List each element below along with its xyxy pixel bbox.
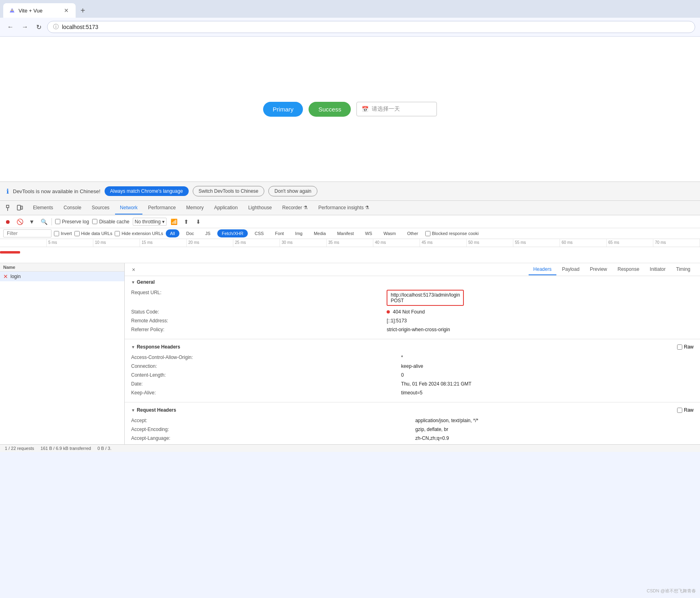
detail-tab-headers[interactable]: Headers [529, 264, 556, 275]
search-icon[interactable]: 🔍 [39, 217, 48, 226]
request-headers-section: Request Headers Raw Accept: application/… [125, 404, 700, 444]
tab-close-button[interactable]: ✕ [63, 7, 70, 14]
timeline-mark-1: 5 ms [47, 239, 93, 247]
request-bar [0, 251, 20, 254]
device-toolbar-icon[interactable] [15, 204, 24, 212]
switch-devtools-button[interactable]: Switch DevTools to Chinese [193, 186, 265, 196]
request-name: login [10, 274, 21, 279]
tab-sources[interactable]: Sources [87, 202, 114, 214]
disable-cache-checkbox[interactable] [92, 219, 97, 224]
filter-manifest[interactable]: Manifest [333, 229, 358, 237]
invert-checkbox[interactable] [54, 231, 59, 236]
tab-memory[interactable]: Memory [181, 202, 208, 214]
blocked-cookies-checkbox[interactable] [425, 231, 430, 236]
remote-address-value: [::1]:5173 [387, 316, 694, 325]
hide-ext-urls-checkbox[interactable] [115, 231, 120, 236]
referrer-policy-row: Referrer Policy: strict-origin-when-cros… [131, 325, 694, 334]
detail-close-button[interactable]: × [130, 266, 138, 274]
hide-data-urls-checkbox[interactable] [74, 231, 80, 236]
filter-ws[interactable]: WS [360, 229, 377, 237]
forward-button[interactable]: → [19, 22, 31, 32]
detail-tab-payload[interactable]: Payload [557, 264, 584, 275]
filter-icon[interactable]: ▼ [27, 217, 36, 226]
filter-doc[interactable]: Doc [182, 229, 199, 237]
filter-fetch-xhr[interactable]: Fetch/XHR [217, 229, 248, 237]
request-raw-checkbox[interactable] [677, 408, 682, 413]
request-raw-label[interactable]: Raw [677, 407, 694, 413]
devtools-panel: Elements Console Sources Network Perform… [0, 200, 700, 452]
blocked-cookies-label[interactable]: Blocked response cooki [425, 231, 479, 236]
tab-network[interactable]: Network [115, 202, 142, 214]
detail-panel: × Headers Payload Preview Response Initi… [125, 263, 700, 444]
import-har-icon[interactable]: ⬇ [194, 217, 203, 226]
filter-other[interactable]: Other [403, 229, 423, 237]
tab-lighthouse[interactable]: Lighthouse [243, 202, 277, 214]
filter-font[interactable]: Font [271, 229, 288, 237]
remote-address-row: Remote Address: [::1]:5173 [131, 316, 694, 325]
filter-css[interactable]: CSS [250, 229, 268, 237]
detail-tab-preview[interactable]: Preview [585, 264, 612, 275]
req-header-key-2: Accept-Language: [131, 434, 415, 443]
preserve-log-label[interactable]: Preserve log [55, 219, 89, 225]
toolbar-divider-1 [51, 218, 52, 225]
tab-application[interactable]: Application [209, 202, 243, 214]
timeline-mark-13: 65 ms [607, 239, 653, 247]
browser-chrome: Vite + Vue ✕ + ← → ↻ ⓘ localhost:5173 [0, 0, 700, 37]
primary-button[interactable]: Primary [263, 102, 303, 117]
tab-recorder[interactable]: Recorder ⚗ [278, 202, 313, 214]
resp-header-row-4: Keep-Alive: timeout=5 [131, 388, 694, 397]
filter-media[interactable]: Media [309, 229, 330, 237]
response-raw-checkbox[interactable] [677, 344, 682, 350]
response-raw-label[interactable]: Raw [677, 344, 694, 350]
resp-header-key-2: Content-Length: [131, 371, 401, 379]
hide-data-urls-label[interactable]: Hide data URLs [74, 231, 113, 236]
filter-img[interactable]: Img [291, 229, 307, 237]
preserve-log-checkbox[interactable] [55, 219, 60, 224]
date-placeholder: 请选择一天 [372, 105, 400, 113]
throttling-select[interactable]: No throttling ▾ [133, 218, 167, 226]
success-button[interactable]: Success [309, 102, 351, 117]
dont-show-again-button[interactable]: Don't show again [268, 186, 317, 196]
svg-rect-2 [6, 205, 9, 208]
filter-input[interactable] [3, 229, 51, 237]
resp-header-key-0: Access-Control-Allow-Origin: [131, 353, 401, 362]
resp-header-row-3: Date: Thu, 01 Feb 2024 08:31:21 GMT [131, 379, 694, 388]
request-url-row: Request URL: http://localhost:5173/admin… [131, 288, 694, 307]
devtools-notification: ℹ DevTools is now available in Chinese! … [0, 181, 700, 200]
disable-cache-label[interactable]: Disable cache [92, 219, 129, 225]
req-header-val-1: gzip, deflate, br [415, 425, 694, 434]
filter-js[interactable]: JS [201, 229, 215, 237]
url-text: localhost:5173 [62, 24, 689, 30]
clear-button[interactable]: 🚫 [15, 217, 24, 226]
timeline-mark-0 [0, 239, 47, 247]
req-header-row-3: Connection: keep-alive [131, 443, 694, 444]
address-bar[interactable]: ⓘ localhost:5173 [47, 21, 695, 33]
tab-console[interactable]: Console [59, 202, 86, 214]
detail-tab-initiator[interactable]: Initiator [645, 264, 670, 275]
reload-button[interactable]: ↻ [34, 22, 44, 33]
inspect-element-icon[interactable] [5, 204, 14, 212]
match-language-button[interactable]: Always match Chrome's language [105, 186, 189, 196]
new-tab-button[interactable]: + [77, 4, 89, 17]
devtools-tab-bar: Elements Console Sources Network Perform… [0, 201, 700, 215]
hide-ext-urls-label[interactable]: Hide extension URLs [115, 231, 163, 236]
online-icon[interactable]: 📶 [170, 217, 179, 226]
invert-label[interactable]: Invert [54, 231, 72, 236]
filter-all[interactable]: All [166, 229, 179, 237]
status-code-value: 404 Not Found [387, 307, 694, 316]
tab-performance-insights[interactable]: Performance insights ⚗ [313, 202, 374, 214]
back-button[interactable]: ← [5, 22, 16, 32]
date-picker[interactable]: 📅 请选择一天 [356, 102, 437, 116]
export-har-icon[interactable]: ⬆ [182, 217, 191, 226]
req-header-row-2: Accept-Language: zh-CN,zh;q=0.9 [131, 434, 694, 443]
filter-wasm[interactable]: Wasm [379, 229, 400, 237]
req-header-val-0: application/json, text/plain, */* [415, 416, 694, 425]
tab-performance[interactable]: Performance [143, 202, 181, 214]
detail-tab-response[interactable]: Response [613, 264, 644, 275]
general-section: General Request URL: http://localhost:51… [125, 276, 700, 337]
detail-tab-timing[interactable]: Timing [671, 264, 695, 275]
record-button[interactable]: ⏺ [3, 217, 12, 226]
request-item-login[interactable]: ✕ login [0, 272, 124, 281]
active-tab[interactable]: Vite + Vue ✕ [3, 3, 76, 18]
tab-elements[interactable]: Elements [28, 202, 58, 214]
